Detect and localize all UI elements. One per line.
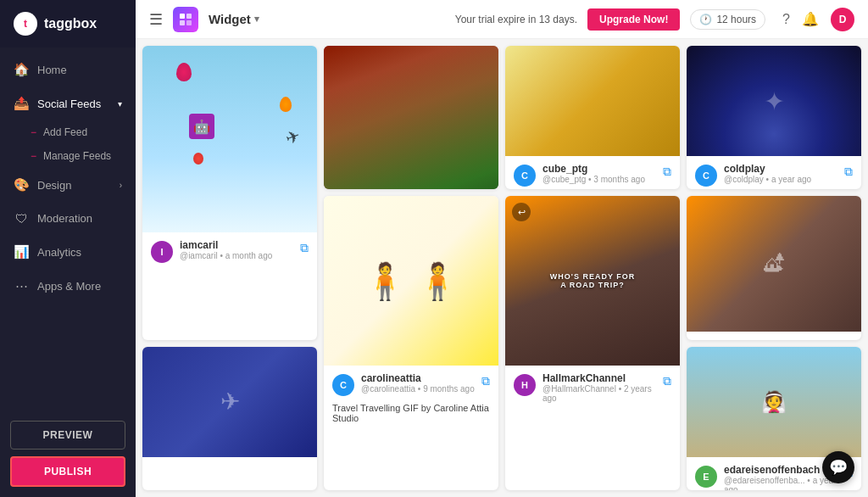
card-handle: @edareisenoffenba... • a year ago — [724, 476, 837, 490]
sidebar-item-design-label: Design — [37, 179, 71, 192]
card-user: edareisenoffenbach — [724, 464, 837, 476]
card-info: HallmarkChannel @HallmarkChannel • 2 yea… — [542, 372, 656, 403]
card-info: edareisenoffenbach @edareisenoffenba... … — [724, 464, 837, 490]
sidebar-item-analytics-label: Analytics — [37, 246, 81, 259]
sidebar-item-add-feed-label: Add Feed — [43, 126, 87, 138]
sidebar-item-social-feeds-label: Social Feeds — [37, 98, 101, 110]
card-info: carolineattia @carolineattia • 9 months … — [361, 372, 475, 394]
preview-button[interactable]: PREVIEW — [10, 421, 125, 450]
analytics-icon: 📊 — [14, 244, 29, 260]
svg-rect-1 — [186, 14, 192, 19]
sidebar-item-moderation[interactable]: 🛡 Moderation — [0, 202, 136, 235]
card-iamcaril: 🤖 ✈ I iamcaril @iamcaril • a month ago ⧉ — [142, 46, 317, 340]
sidebar-item-apps-more[interactable]: ⋯ Apps & More — [0, 269, 136, 303]
logo-text: taggbox — [44, 16, 97, 31]
copy-icon[interactable]: ⧉ — [663, 374, 671, 388]
chevron-down-icon: ▾ — [118, 99, 122, 109]
sidebar-item-manage-feeds-label: Manage Feeds — [43, 150, 111, 162]
svg-rect-0 — [180, 14, 185, 19]
card-plane: ✈ — [142, 347, 317, 490]
card-cube-ptg: C cube_ptg @cube_ptg • 3 months ago ⧉ K-… — [505, 46, 680, 189]
sidebar-item-apps-more-label: Apps & More — [37, 280, 101, 293]
card-handle: @carolineattia • 9 months ago — [361, 384, 475, 394]
card-image-sky: 🤖 ✈ — [142, 46, 317, 232]
help-icon[interactable]: ? — [782, 12, 790, 27]
sidebar-item-analytics[interactable]: 📊 Analytics — [0, 235, 136, 269]
card-footer: H HallmarkChannel @HallmarkChannel • 2 y… — [505, 366, 680, 410]
sidebar-item-design[interactable]: 🎨 Design › — [0, 168, 136, 202]
card-user: theyetiadventures — [724, 338, 837, 339]
avatar[interactable]: D — [831, 8, 854, 31]
card-avatar: I — [151, 241, 173, 263]
sidebar-item-moderation-label: Moderation — [37, 212, 92, 225]
card-avatar: H — [514, 374, 536, 396]
clock-icon: 🕐 — [699, 14, 712, 25]
widget-icon — [173, 7, 198, 32]
copy-icon[interactable]: ⧉ — [663, 165, 671, 179]
card-user: coldplay — [724, 163, 837, 175]
card-footer: C coldplay @coldplay • a year ago ⧉ — [687, 156, 861, 189]
card-avatar: C — [514, 165, 536, 187]
svg-rect-3 — [186, 20, 192, 25]
card-info: coldplay @coldplay • a year ago — [724, 163, 837, 184]
card-footer: I iamcaril @iamcaril • a month ago ⧉ — [142, 232, 317, 270]
main-content: ☰ Widget ▾ Your trial expire in 13 days.… — [136, 0, 868, 497]
card-image-plane: ✈ — [142, 347, 317, 457]
card-avatar: E — [695, 466, 717, 488]
card-footer: C carolineattia @carolineattia • 9 month… — [324, 366, 498, 403]
copy-icon[interactable]: ⧉ — [300, 241, 309, 255]
widget-chevron-icon: ▾ — [254, 14, 259, 25]
card-user: carolineattia — [361, 372, 475, 384]
hamburger-icon[interactable]: ☰ — [149, 10, 163, 29]
hours-label: 12 hours — [716, 14, 756, 25]
sidebar-bottom: PREVIEW PUBLISH — [0, 410, 136, 497]
card-footer: T theyetiadventures @theyetiadventu... •… — [687, 332, 861, 339]
card-user: iamcaril — [180, 239, 293, 251]
moderation-icon: 🛡 — [14, 211, 29, 226]
logo-icon: t — [14, 12, 37, 36]
sidebar-item-social-feeds[interactable]: 📤 Social Feeds ▾ — [0, 87, 136, 120]
widget-label[interactable]: Widget ▾ — [209, 12, 259, 26]
card-handle: @HallmarkChannel • 2 years ago — [542, 384, 656, 403]
card-image-santa: cameo — [324, 46, 498, 189]
clock-group: 🕐 12 hours — [690, 9, 765, 30]
card-info: theyetiadventures @theyetiadventu... • 2… — [724, 338, 837, 339]
card-image-anime: 🧍 🧍 — [324, 196, 498, 366]
publish-button[interactable]: PUBLISH — [10, 456, 125, 487]
card-carolineattia: 🧍 🧍 C carolineattia @carolineattia • 9 m… — [324, 196, 498, 490]
sidebar-item-add-feed[interactable]: − Add Feed — [0, 120, 136, 144]
card-yeti: 🏕 T theyetiadventures @theyetiadventu...… — [687, 196, 861, 339]
topbar: ☰ Widget ▾ Your trial expire in 13 days.… — [136, 0, 868, 39]
sidebar-logo: t taggbox — [0, 0, 136, 47]
card-user: cube_ptg — [542, 163, 656, 175]
card-handle: @iamcaril • a month ago — [180, 251, 293, 260]
card-info: iamcaril @iamcaril • a month ago — [180, 239, 293, 260]
social-feeds-icon: 📤 — [14, 96, 29, 111]
design-icon: 🎨 — [14, 177, 29, 193]
notification-icon[interactable]: 🔔 — [802, 11, 819, 27]
card-cameo: cameo C cameo @cameo • a month ago ⧉ Mer… — [324, 46, 498, 189]
sidebar: t taggbox 🏠 Home 📤 Social Feeds ▾ − Add … — [0, 0, 136, 497]
trial-text: Your trial expire in 13 days. — [455, 14, 577, 25]
card-avatar: C — [332, 374, 354, 396]
card-coldplay: ✦ C coldplay @coldplay • a year ago ⧉ — [687, 46, 861, 189]
card-user: HallmarkChannel — [542, 372, 656, 384]
content-grid: 🤖 ✈ I iamcaril @iamcaril • a month ago ⧉… — [136, 39, 868, 497]
copy-icon[interactable]: ⧉ — [481, 374, 490, 388]
svg-rect-2 — [180, 20, 185, 25]
sidebar-item-home[interactable]: 🏠 Home — [0, 53, 136, 87]
upgrade-button[interactable]: Upgrade Now! — [587, 8, 680, 31]
copy-icon[interactable]: ⧉ — [844, 165, 853, 179]
sidebar-item-home-label: Home — [37, 64, 67, 76]
sidebar-nav: 🏠 Home 📤 Social Feeds ▾ − Add Feed − Man… — [0, 47, 136, 410]
card-footer: C cube_ptg @cube_ptg • 3 months ago ⧉ — [505, 156, 680, 189]
sidebar-item-manage-feeds[interactable]: − Manage Feeds — [0, 144, 136, 168]
card-handle: @cube_ptg • 3 months ago — [542, 175, 656, 184]
chat-bubble[interactable]: 💬 — [822, 451, 854, 483]
card-hallmark: WHO'S READY FOR A ROAD TRIP? ↩ H Hallmar… — [505, 196, 680, 490]
card-image-adventure: 🏕 — [687, 196, 861, 332]
card-image-kpop — [505, 46, 680, 156]
card-image-wedding: 👰 — [687, 347, 861, 457]
card-avatar: C — [695, 165, 717, 187]
card-info: cube_ptg @cube_ptg • 3 months ago — [542, 163, 656, 184]
